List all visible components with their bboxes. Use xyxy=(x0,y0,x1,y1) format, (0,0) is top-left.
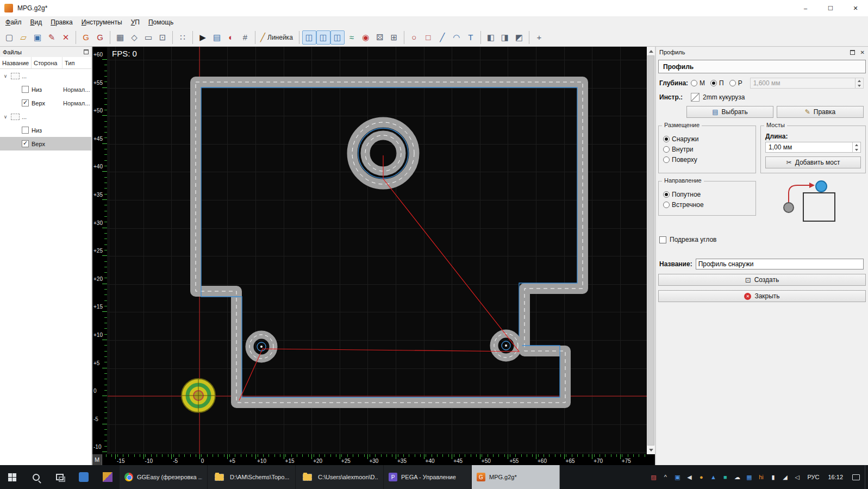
menu-file[interactable]: Файл xyxy=(1,17,26,27)
corner-trim-checkbox[interactable] xyxy=(659,236,666,243)
select-rect-button[interactable]: ▦ xyxy=(113,30,127,45)
column-header-side[interactable]: Сторона xyxy=(32,57,63,68)
view-toggle-borders-button[interactable]: ◫ xyxy=(302,30,316,45)
corner-trim-row[interactable]: Подрезка углов xyxy=(659,236,868,243)
clock[interactable]: 16:12 xyxy=(823,465,847,489)
zoom-fit-button[interactable]: ⊡ xyxy=(155,30,170,45)
direction-option-1[interactable]: Попутное xyxy=(663,191,751,198)
transform-button[interactable]: ◇ xyxy=(127,30,141,45)
spin-down-icon[interactable] xyxy=(855,83,863,88)
task-view-button[interactable] xyxy=(48,465,72,489)
menu-tools[interactable]: Инструменты xyxy=(77,17,127,27)
tray-volume[interactable]: ◁ xyxy=(791,465,803,489)
pinned-app-photos[interactable] xyxy=(96,465,120,489)
tray-battery[interactable]: ▮ xyxy=(767,465,779,489)
layer-row[interactable]: Верх xyxy=(0,137,91,151)
gcode-top-button[interactable]: G xyxy=(93,30,107,45)
close-panel-button[interactable]: Закрыть xyxy=(658,290,866,302)
edit-tool-button[interactable]: Правка xyxy=(777,106,864,118)
save-as-button[interactable]: ✎ xyxy=(45,30,59,45)
start-button[interactable] xyxy=(0,465,24,489)
layer-row[interactable]: Низ xyxy=(0,123,91,137)
select-tool-button[interactable]: Выбрать xyxy=(686,106,773,118)
action-center-button[interactable] xyxy=(847,465,865,489)
depth-value-spinbox[interactable]: 1,600 мм xyxy=(750,78,864,89)
tray-hi-app[interactable]: hi xyxy=(755,465,767,489)
column-header-type[interactable]: Тип xyxy=(63,57,91,68)
dice-button[interactable]: ⚄ xyxy=(373,30,387,45)
vertical-scrollbar[interactable] xyxy=(647,47,655,454)
smooth-curve-button[interactable]: ≈ xyxy=(345,30,359,45)
statistics-pie-button[interactable]: ◐ xyxy=(224,30,238,45)
layer-visible-checkbox[interactable] xyxy=(22,140,29,147)
run-gcode-button[interactable]: ▶ xyxy=(196,30,210,45)
create-button[interactable]: Создать xyxy=(658,274,866,286)
placement-option-1[interactable]: Снаружи xyxy=(663,135,751,143)
task-explorer-c-users[interactable]: C:\Users\alexmoon\D... xyxy=(296,465,384,489)
tray-onedrive-cloud[interactable]: ☁ xyxy=(731,465,743,489)
layer-row[interactable]: НизНормал... xyxy=(0,83,91,96)
bool-subtract-button[interactable]: ◨ xyxy=(498,30,512,45)
layer-visible-checkbox[interactable] xyxy=(22,86,29,93)
expander-icon[interactable]: ∨ xyxy=(2,73,9,79)
snap-points-button[interactable]: + xyxy=(532,30,546,45)
scroll-up-arrow[interactable] xyxy=(647,47,655,55)
files-panel-float-icon[interactable] xyxy=(84,49,89,54)
view-toggle-fills-button[interactable]: ◫ xyxy=(330,30,345,45)
tray-app-blue[interactable]: ▣ xyxy=(671,465,683,489)
gcode-bottom-button[interactable]: G xyxy=(79,30,93,45)
hidden-icons-chevron[interactable]: ^ xyxy=(659,465,671,489)
zoom-window-button[interactable]: ▭ xyxy=(141,30,155,45)
depth-option-2[interactable]: П xyxy=(710,79,724,87)
menu-view[interactable]: Вид xyxy=(26,17,47,27)
tray-volume-alt[interactable]: ◀ xyxy=(683,465,695,489)
menu-edit[interactable]: Правка xyxy=(46,17,77,27)
minimize-button[interactable]: – xyxy=(793,0,818,16)
snap-grid-button[interactable]: ∷ xyxy=(176,30,190,45)
placement-option-3[interactable]: Поверху xyxy=(663,156,751,164)
draw-circle-button[interactable]: ○ xyxy=(407,30,421,45)
pinned-app-blue[interactable] xyxy=(72,465,96,489)
menu-help[interactable]: Помощь xyxy=(144,17,178,27)
maximize-button[interactable]: ☐ xyxy=(818,0,843,16)
add-bridge-button[interactable]: Добавить мост xyxy=(765,156,861,168)
cad-viewport[interactable]: FPS: 0 xyxy=(108,47,647,454)
draw-text-button[interactable]: T xyxy=(464,30,478,45)
depth-option-1[interactable]: М xyxy=(691,79,705,87)
task-explorer-d-drive[interactable]: D:\AM\Schems\Topo... xyxy=(208,465,296,489)
show-desktop-button[interactable] xyxy=(865,465,868,489)
spin-up-icon[interactable] xyxy=(853,142,860,147)
scroll-thumb[interactable] xyxy=(647,55,654,446)
drill-grid-button[interactable]: # xyxy=(238,30,252,45)
close-file-button[interactable]: ✕ xyxy=(59,30,73,45)
menu-gcode[interactable]: УП xyxy=(127,17,144,27)
marker-red-button[interactable]: ◉ xyxy=(359,30,373,45)
tray-network[interactable]: ◢ xyxy=(779,465,791,489)
depth-option-3[interactable]: Р xyxy=(729,79,742,87)
tray-app-grid[interactable]: ▦ xyxy=(743,465,755,489)
spin-down-icon[interactable] xyxy=(853,147,860,152)
draw-arc-button[interactable]: ◠ xyxy=(449,30,464,45)
bool-union-button[interactable]: ◧ xyxy=(484,30,498,45)
tray-app-ball[interactable]: ● xyxy=(695,465,707,489)
new-file-button[interactable]: ▢ xyxy=(2,30,16,45)
layer-row[interactable]: ВерхНормал... xyxy=(0,96,91,110)
profile-name-input[interactable] xyxy=(696,259,864,269)
open-file-button[interactable]: ▱ xyxy=(16,30,30,45)
layer-visible-checkbox[interactable] xyxy=(22,127,29,134)
task-mpg-g2g[interactable]: GMPG.g2g* xyxy=(472,465,560,489)
view-toggle-paths-button[interactable]: ◫ xyxy=(316,30,330,45)
tray-app-photos[interactable]: ▨ xyxy=(647,465,659,489)
placement-option-2[interactable]: Внутри xyxy=(663,146,751,153)
layer-group-row[interactable]: ∨... xyxy=(0,69,91,83)
pixel-grid-button[interactable]: ⊞ xyxy=(387,30,401,45)
scroll-down-arrow[interactable] xyxy=(647,446,655,454)
draw-rect-button[interactable]: □ xyxy=(421,30,435,45)
profile-close-icon[interactable] xyxy=(860,49,865,55)
tray-defender-shield[interactable]: ▲ xyxy=(707,465,719,489)
draw-line-button[interactable]: ╱ xyxy=(435,30,449,45)
ruler-button[interactable]: ╱Линейка xyxy=(258,30,296,45)
save-file-button[interactable]: ▣ xyxy=(30,30,45,45)
close-button[interactable]: ✕ xyxy=(843,0,868,16)
gcode-table-button[interactable]: ▤ xyxy=(210,30,224,45)
